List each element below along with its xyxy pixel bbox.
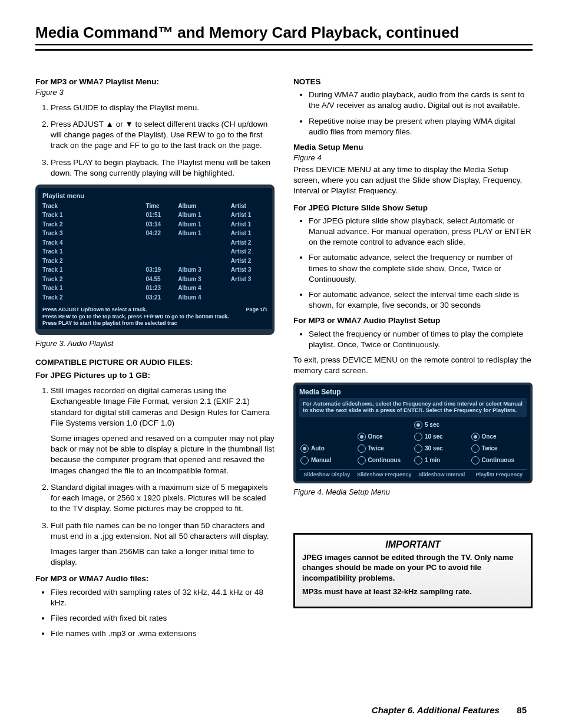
playlist-table: Track Time Album Artist Track 101:51Albu… [40, 202, 270, 302]
col-label: Slideshow Interval [414, 472, 470, 478]
table-row: Track 4Artist 2 [40, 238, 270, 248]
radio-option: Auto [300, 444, 355, 453]
bullet-text: For automatic advance, select the freque… [309, 253, 513, 283]
step-text: Press GUIDE to display the Playlist menu… [51, 103, 199, 112]
radio-option: Continuous [358, 456, 412, 465]
figure-reference-3: Figure 3 [35, 87, 275, 98]
option-label: 1 min [425, 456, 440, 465]
table-row: Track 101:23Album 4 [40, 284, 270, 293]
heading-compatible-files: COMPATIBLE PICTURE OR AUDIO FILES: [35, 357, 275, 368]
table-cell: Track 1 [40, 284, 144, 293]
table-cell: 01:23 [144, 284, 176, 293]
radio-icon [414, 444, 422, 453]
list-item: Files recorded with fixed bit rates [51, 613, 275, 624]
two-column-layout: For MP3 or WMA7 Playlist Menu: Figure 3 … [35, 74, 533, 644]
radio-icon [414, 456, 422, 465]
right-column: NOTES During WMA7 audio playback, audio … [293, 74, 533, 644]
bullet-text: Repetitive noise may be present when pla… [309, 117, 515, 136]
jpeg-setup-bullets: For JPEG picture slide show playback, se… [293, 216, 533, 311]
paragraph: Press DEVICE MENU at any time to display… [293, 164, 533, 197]
media-setup-help: For Automatic slideshows, select the Fre… [299, 398, 527, 417]
table-row: Track 1Artist 2 [40, 247, 270, 256]
paragraph: Images larger than 256MB can take a long… [51, 546, 275, 568]
table-cell: Album 4 [176, 293, 229, 302]
radio-option: Manual [300, 456, 355, 465]
paragraph: Still images recorded on digital cameras… [51, 386, 275, 429]
option-label: Once [482, 433, 497, 441]
table-cell [229, 284, 270, 293]
radio-option: Once [471, 433, 526, 441]
radio-icon [471, 433, 480, 441]
table-cell: 04.55 [144, 275, 176, 284]
table-cell: Album 1 [176, 210, 229, 220]
list-item: Select the frequency or number of times … [309, 329, 533, 350]
heading-media-setup: Media Setup Menu [293, 142, 533, 153]
table-cell [144, 247, 176, 256]
list-item: Standard digital images with a maximum s… [51, 482, 275, 515]
list-item: Press ADJUST ▲ or ▼ to select different … [51, 119, 275, 151]
radio-option: Once [358, 433, 412, 441]
col-label: Playlist Frequency [472, 472, 527, 478]
media-setup-screenshot: Media Setup For Automatic slideshows, se… [293, 383, 533, 484]
tip-line: Press ADJUST Up/Down to select a track. [42, 307, 267, 313]
option-label: Twice [482, 444, 498, 453]
option-label: 10 sec [425, 433, 443, 441]
heading-jpeg-1gb: For JPEG Pictures up to 1 GB: [35, 370, 275, 381]
table-cell: Artist 3 [229, 265, 270, 275]
table-cell [176, 247, 229, 256]
playlist-page-number: Page 1/1 [246, 307, 267, 313]
table-row: Track 204.55Album 3Artist 3 [40, 275, 270, 284]
audio-file-bullets: Files recorded with sampling rates of 32… [35, 587, 275, 640]
playlist-tips: Page 1/1 Press ADJUST Up/Down to select … [40, 307, 270, 327]
heading-mp3-setup: For MP3 or WMA7 Audio Playlist Setup [293, 315, 533, 326]
table-cell: Album 3 [176, 265, 229, 275]
radio-icon [414, 421, 422, 429]
radio-option: Twice [471, 444, 526, 453]
table-cell: Track 4 [40, 238, 144, 248]
table-cell: Track 2 [40, 275, 144, 284]
radio-icon [300, 444, 309, 453]
table-row: Track 203:14Album 1Artist 1 [40, 220, 270, 229]
table-cell: Artist 2 [229, 256, 270, 266]
tip-line: Press PLAY to start the playlist from th… [42, 320, 267, 327]
table-cell: Artist 2 [229, 238, 270, 248]
table-cell: Track 2 [40, 220, 144, 229]
playlist-title: Playlist menu [40, 192, 270, 200]
radio-option: Twice [358, 444, 412, 453]
rule-thin [35, 44, 533, 45]
radio-icon [358, 444, 366, 453]
radio-icon [300, 456, 309, 465]
table-cell [144, 238, 176, 248]
radio-option: Continuous [471, 456, 526, 465]
table-cell: Artist 3 [229, 275, 270, 284]
heading-notes: NOTES [293, 77, 533, 87]
table-cell: 03:14 [144, 220, 176, 229]
playlist-steps: Press GUIDE to display the Playlist menu… [35, 103, 275, 179]
chapter-label: Chapter 6. Additional Features [372, 705, 500, 715]
paragraph: Full path file names can be no longer th… [51, 521, 275, 542]
table-cell: 03:19 [144, 265, 176, 275]
option-label: 5 sec [425, 421, 439, 429]
radio-icon [471, 456, 480, 465]
figure-3-caption: Figure 3. Audio Playlist [35, 338, 275, 349]
table-cell [176, 238, 229, 248]
table-cell [176, 256, 229, 266]
page-title: Media Command™ and Memory Card Playback,… [35, 24, 533, 42]
bullet-text: File names with .mp3 or .wma extensions [51, 629, 197, 638]
bullet-text: For JPEG picture slide show playback, se… [309, 216, 531, 246]
col-header: Time [144, 202, 176, 211]
table-cell: Album 3 [176, 275, 229, 284]
table-cell: 01:51 [144, 210, 176, 220]
option-label: Manual [311, 456, 331, 465]
page-footer: Chapter 6. Additional Features 85 [35, 705, 527, 715]
table-cell: Track 2 [40, 256, 144, 266]
radio-option: 30 sec [414, 444, 469, 453]
option-label: 30 sec [425, 444, 443, 453]
list-item: For automatic advance, select the freque… [309, 252, 533, 285]
compat-steps: Still images recorded on digital cameras… [35, 386, 275, 568]
slideshow-display-col: AutoManual [300, 421, 355, 465]
table-cell: 04:22 [144, 229, 176, 238]
table-cell: Artist 1 [229, 210, 270, 220]
list-item: File names with .mp3 or .wma extensions [51, 628, 275, 639]
list-item: Full path file names can be no longer th… [51, 521, 275, 568]
